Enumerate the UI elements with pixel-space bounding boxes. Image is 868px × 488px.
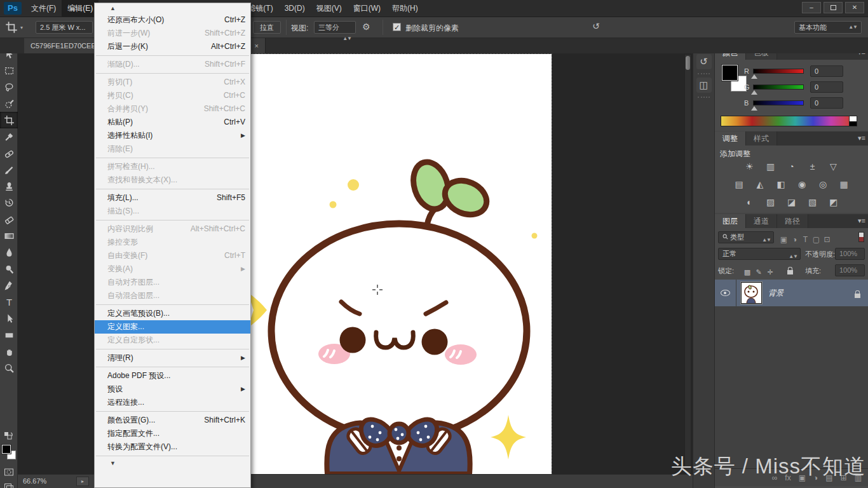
document-canvas[interactable]: [230, 54, 552, 474]
vibrance-icon[interactable]: ▽: [827, 161, 841, 173]
vertical-scrollbar[interactable]: [684, 54, 691, 473]
selective-color-icon[interactable]: ◩: [827, 196, 841, 208]
lock-transparency-icon[interactable]: ▩: [742, 268, 753, 276]
layer-row-background[interactable]: 背景: [715, 280, 868, 306]
edit-menu-item[interactable]: 转换为配置文件(V)...: [95, 440, 250, 454]
restore-button[interactable]: [824, 2, 843, 13]
rectangle-shape-tool[interactable]: [0, 327, 18, 343]
filter-adjustment-layers-icon[interactable]: ◑: [789, 235, 800, 244]
edit-menu-item[interactable]: 定义画笔预设(B)...: [95, 307, 250, 320]
crop-settings-gear-icon[interactable]: ⚙: [362, 22, 370, 32]
brush-tool[interactable]: [0, 161, 18, 178]
edit-menu-item[interactable]: 后退一步(K)Alt+Ctrl+Z: [95, 40, 250, 53]
layer-filter-type-dropdown[interactable]: 类型▲▼: [718, 231, 774, 243]
vertical-scrollbar-thumb[interactable]: [686, 56, 690, 70]
filter-type-layers-icon[interactable]: T: [800, 235, 811, 244]
lock-position-icon[interactable]: ✛: [764, 268, 776, 276]
edit-menu-item[interactable]: 颜色设置(G)...Shift+Ctrl+K: [95, 414, 250, 427]
photo-filter-icon[interactable]: ◉: [795, 179, 809, 191]
spot-healing-brush-tool[interactable]: [0, 145, 18, 161]
foreground-background-swatches[interactable]: [2, 445, 17, 461]
history-brush-tool[interactable]: [0, 194, 18, 211]
layer-name[interactable]: 背景: [768, 288, 783, 299]
menu-0-item[interactable]: 文件(F): [25, 0, 62, 17]
hue-saturation-icon[interactable]: ▤: [732, 179, 746, 191]
edit-menu-item[interactable]: 定义图案...: [95, 320, 250, 334]
type-tool[interactable]: T: [0, 294, 18, 310]
eyedropper-tool[interactable]: [0, 128, 18, 145]
minimize-button[interactable]: –: [802, 2, 821, 13]
reset-tool-icon[interactable]: ↺: [592, 21, 600, 31]
filter-pixel-layers-icon[interactable]: ▣: [778, 235, 789, 244]
adjustments-tab[interactable]: 调整: [715, 132, 746, 146]
edit-menu-item[interactable]: 指定配置文件...: [95, 427, 250, 440]
edit-menu-item[interactable]: 远程连接...: [95, 396, 250, 409]
color-balance-icon[interactable]: ◭: [753, 179, 767, 191]
menu-9-item[interactable]: 窗口(W): [348, 0, 386, 17]
close-button[interactable]: ✕: [845, 2, 864, 13]
filter-smart-objects-icon[interactable]: ⊡: [822, 235, 832, 244]
layers-tab[interactable]: 图层: [715, 214, 746, 228]
exposure-icon[interactable]: ±: [806, 161, 820, 173]
crop-tool[interactable]: [0, 112, 18, 128]
curves-icon[interactable]: ◔: [785, 161, 799, 173]
quick-selection-tool[interactable]: [0, 95, 18, 112]
foreground-color-swatch[interactable]: [722, 65, 738, 81]
pen-tool[interactable]: [0, 277, 18, 294]
layers-panel-menu-icon[interactable]: ▾≡: [858, 217, 865, 225]
workspace-switcher[interactable]: 基本功能▲▼: [794, 21, 862, 34]
layer-visibility-toggle[interactable]: [715, 280, 736, 306]
menu-10-item[interactable]: 帮助(H): [386, 0, 424, 17]
channel-value-input[interactable]: 0: [810, 97, 843, 109]
edit-menu-item[interactable]: 清理(R)▶: [95, 351, 250, 365]
filter-shape-layers-icon[interactable]: ▢: [811, 235, 822, 244]
crop-tool-options-icon[interactable]: [5, 21, 18, 36]
history-panel-icon[interactable]: ↺: [696, 54, 712, 69]
menu-7-item[interactable]: 3D(D): [279, 0, 311, 17]
straighten-button[interactable]: 拉直: [253, 21, 281, 34]
edit-menu-item[interactable]: 填充(L)...Shift+F5: [95, 191, 250, 205]
adjustments-tab[interactable]: 样式: [746, 132, 777, 146]
lock-pixels-icon[interactable]: ✎: [753, 268, 764, 276]
layers-empty-area[interactable]: [715, 306, 868, 468]
menu-1-active[interactable]: 编辑(E): [62, 0, 98, 17]
zoom-tool[interactable]: [0, 360, 18, 376]
swap-colors-icon[interactable]: [0, 430, 18, 444]
fill-value[interactable]: 100%▾: [835, 264, 865, 276]
invert-icon[interactable]: ◐: [743, 196, 757, 208]
dodge-tool[interactable]: [0, 261, 18, 277]
gradient-tool[interactable]: [0, 227, 18, 244]
screen-mode-button[interactable]: [0, 480, 18, 488]
brightness-contrast-icon[interactable]: ☀: [743, 161, 757, 173]
eraser-tool[interactable]: [0, 211, 18, 227]
blend-mode-dropdown[interactable]: 正常▲▼: [718, 248, 801, 260]
delete-cropped-pixels-checkbox[interactable]: ✓: [393, 23, 401, 31]
properties-panel-icon[interactable]: ◫: [696, 78, 712, 93]
posterize-icon[interactable]: ▨: [764, 196, 778, 208]
menu-8-item[interactable]: 视图(V): [311, 0, 348, 17]
edit-menu-item[interactable]: 粘贴(P)Ctrl+V: [95, 116, 250, 129]
layers-tab[interactable]: 路径: [777, 214, 808, 228]
channel-value-input[interactable]: 0: [810, 65, 843, 77]
channel-slider-thumb[interactable]: [751, 74, 757, 79]
levels-icon[interactable]: ▥: [764, 161, 778, 173]
quick-mask-button[interactable]: [0, 465, 18, 479]
menu-scroll-up-icon[interactable]: ▲: [95, 3, 250, 13]
channel-value-input[interactable]: 0: [810, 81, 843, 93]
lock-all-icon[interactable]: [787, 270, 793, 274]
channel-slider-track[interactable]: [753, 69, 804, 74]
edit-menu-item[interactable]: 预设▶: [95, 383, 250, 396]
layer-thumbnail[interactable]: [741, 282, 762, 304]
threshold-icon[interactable]: ◪: [785, 196, 799, 208]
layer-filter-toggle[interactable]: [858, 232, 864, 242]
edit-menu-item[interactable]: Adobe PDF 预设...: [95, 369, 250, 383]
path-selection-tool[interactable]: [0, 310, 18, 327]
adjustments-panel-menu-icon[interactable]: ▾≡: [858, 134, 865, 142]
edit-menu-item[interactable]: 选择性粘贴(I)▶: [95, 129, 250, 142]
color-lookup-icon[interactable]: ▦: [837, 179, 851, 191]
foreground-color-swatch[interactable]: [2, 445, 11, 454]
crop-overlay-dropdown[interactable]: 三等分▲▼: [314, 21, 356, 34]
channel-slider-thumb[interactable]: [751, 106, 757, 111]
rectangular-marquee-tool[interactable]: [0, 62, 18, 79]
channel-slider-thumb[interactable]: [751, 90, 757, 95]
